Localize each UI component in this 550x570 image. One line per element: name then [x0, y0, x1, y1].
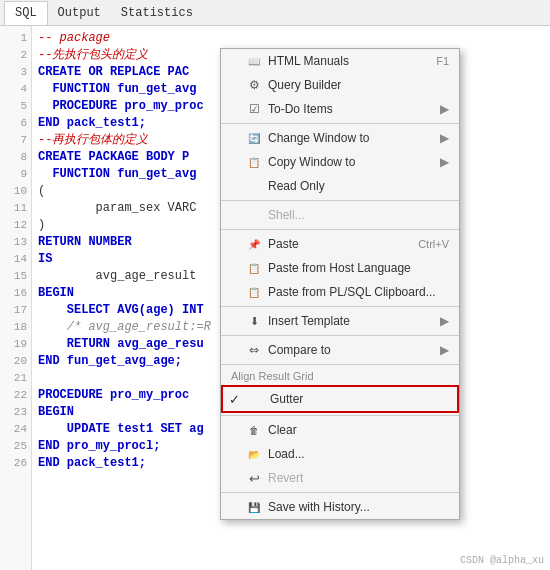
menu-item[interactable]: Query Builder — [221, 73, 459, 97]
ico-todo-icon — [245, 100, 263, 118]
menu-item-label: Insert Template — [268, 314, 436, 328]
menu-item[interactable]: To-Do Items▶ — [221, 97, 459, 121]
submenu-arrow-icon: ▶ — [440, 343, 449, 357]
no-icon — [245, 206, 263, 224]
menu-item-label: Revert — [268, 471, 449, 485]
ico-paste-icon — [245, 235, 263, 253]
submenu-arrow-icon: ▶ — [440, 131, 449, 145]
no-icon — [247, 390, 265, 408]
menu-item-label: Load... — [268, 447, 449, 461]
no-icon — [245, 177, 263, 195]
ico-query-icon — [245, 76, 263, 94]
menu-item[interactable]: PasteCtrl+V — [221, 232, 459, 256]
menu-item[interactable]: Load... — [221, 442, 459, 466]
watermark: CSDN @alpha_xu — [460, 555, 544, 566]
ico-copy-icon — [245, 153, 263, 171]
ico-load-icon — [245, 445, 263, 463]
menu-item-label: Compare to — [268, 343, 436, 357]
line-numbers: 1234567891011121314151617181920212223242… — [0, 26, 32, 570]
menu-shortcut: Ctrl+V — [418, 238, 449, 250]
ico-book-icon — [245, 52, 263, 70]
menu-item-label: Shell... — [268, 208, 449, 222]
menu-separator — [221, 123, 459, 124]
menu-item-label: Copy Window to — [268, 155, 436, 169]
menu-item-label: Gutter — [270, 392, 447, 406]
ico-revert-icon — [245, 469, 263, 487]
menu-check-icon: ✓ — [229, 392, 243, 407]
menu-item[interactable]: Clear — [221, 418, 459, 442]
ico-save-icon — [245, 498, 263, 516]
tab-statistics[interactable]: Statistics — [111, 2, 203, 24]
submenu-arrow-icon: ▶ — [440, 102, 449, 116]
menu-item-label: Change Window to — [268, 131, 436, 145]
ico-paste2-icon — [245, 259, 263, 277]
tab-sql[interactable]: SQL — [4, 1, 48, 25]
menu-item[interactable]: HTML ManualsF1 — [221, 49, 459, 73]
ico-insert-icon — [245, 312, 263, 330]
menu-item[interactable]: Read Only — [221, 174, 459, 198]
code-line: -- package — [38, 30, 544, 47]
menu-item-label: Read Only — [268, 179, 449, 193]
tab-output[interactable]: Output — [48, 2, 111, 24]
editor-container: 1234567891011121314151617181920212223242… — [0, 26, 550, 570]
menu-item-label: Clear — [268, 423, 449, 437]
submenu-arrow-icon: ▶ — [440, 314, 449, 328]
menu-item: Revert — [221, 466, 459, 490]
menu-separator — [221, 335, 459, 336]
ico-change-icon — [245, 129, 263, 147]
menu-item[interactable]: Change Window to▶ — [221, 126, 459, 150]
menu-item[interactable]: Paste from Host Language — [221, 256, 459, 280]
menu-separator — [221, 306, 459, 307]
menu-item-label: Query Builder — [268, 78, 449, 92]
menu-item-label: Paste — [268, 237, 408, 251]
menu-item: Shell... — [221, 203, 459, 227]
menu-separator — [221, 492, 459, 493]
context-menu: HTML ManualsF1Query BuilderTo-Do Items▶C… — [220, 48, 460, 520]
menu-separator — [221, 415, 459, 416]
menu-item[interactable]: Save with History... — [221, 495, 459, 519]
tab-bar: SQL Output Statistics — [0, 0, 550, 26]
menu-separator — [221, 364, 459, 365]
ico-paste3-icon — [245, 283, 263, 301]
ico-clear-icon — [245, 421, 263, 439]
menu-item[interactable]: Copy Window to▶ — [221, 150, 459, 174]
menu-item-label: Paste from Host Language — [268, 261, 449, 275]
menu-shortcut: F1 — [436, 55, 449, 67]
menu-item[interactable]: Insert Template▶ — [221, 309, 459, 333]
menu-item-label: Paste from PL/SQL Clipboard... — [268, 285, 449, 299]
menu-item[interactable]: Paste from PL/SQL Clipboard... — [221, 280, 459, 304]
menu-item-label: Save with History... — [268, 500, 449, 514]
menu-separator — [221, 229, 459, 230]
menu-item-label: To-Do Items — [268, 102, 436, 116]
ico-compare-icon — [245, 341, 263, 359]
menu-separator — [221, 200, 459, 201]
submenu-arrow-icon: ▶ — [440, 155, 449, 169]
menu-item[interactable]: Compare to▶ — [221, 338, 459, 362]
menu-item-label: HTML Manuals — [268, 54, 426, 68]
menu-section-label: Align Result Grid — [221, 367, 459, 385]
menu-item[interactable]: ✓Gutter — [221, 385, 459, 413]
